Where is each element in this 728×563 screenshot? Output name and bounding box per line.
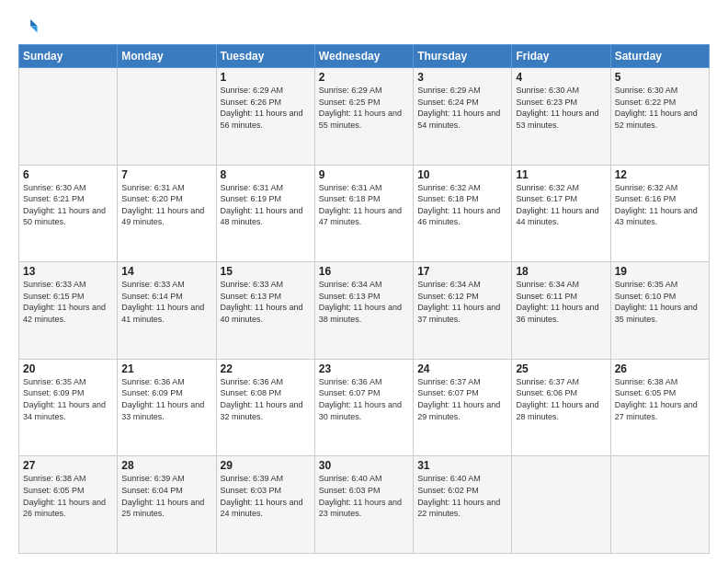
- calendar-cell: [19, 68, 118, 166]
- day-info: Sunrise: 6:32 AM Sunset: 6:16 PM Dayligh…: [615, 182, 705, 228]
- day-info: Sunrise: 6:38 AM Sunset: 6:05 PM Dayligh…: [23, 473, 113, 519]
- calendar-cell: 20Sunrise: 6:35 AM Sunset: 6:09 PM Dayli…: [19, 359, 118, 456]
- calendar-cell: 22Sunrise: 6:36 AM Sunset: 6:08 PM Dayli…: [216, 359, 314, 456]
- calendar-cell: 12Sunrise: 6:32 AM Sunset: 6:16 PM Dayli…: [610, 165, 709, 262]
- day-number: 12: [615, 168, 705, 181]
- calendar-week-3: 20Sunrise: 6:35 AM Sunset: 6:09 PM Dayli…: [19, 359, 710, 456]
- weekday-header-monday: Monday: [118, 45, 216, 68]
- svg-marker-1: [30, 26, 37, 32]
- calendar-cell: 23Sunrise: 6:36 AM Sunset: 6:07 PM Dayli…: [314, 359, 413, 456]
- calendar-cell: 4Sunrise: 6:30 AM Sunset: 6:23 PM Daylig…: [512, 68, 610, 166]
- day-info: Sunrise: 6:29 AM Sunset: 6:24 PM Dayligh…: [417, 85, 507, 131]
- day-info: Sunrise: 6:29 AM Sunset: 6:26 PM Dayligh…: [221, 85, 311, 131]
- day-number: 6: [23, 168, 113, 181]
- calendar-cell: 5Sunrise: 6:30 AM Sunset: 6:22 PM Daylig…: [610, 68, 709, 166]
- calendar-cell: 2Sunrise: 6:29 AM Sunset: 6:25 PM Daylig…: [314, 68, 413, 166]
- calendar-week-0: 1Sunrise: 6:29 AM Sunset: 6:26 PM Daylig…: [19, 68, 710, 166]
- day-number: 2: [319, 71, 409, 84]
- calendar-cell: 21Sunrise: 6:36 AM Sunset: 6:09 PM Dayli…: [118, 359, 216, 456]
- day-info: Sunrise: 6:30 AM Sunset: 6:23 PM Dayligh…: [516, 85, 606, 131]
- logo: [18, 17, 42, 37]
- weekday-header-friday: Friday: [512, 45, 610, 68]
- day-info: Sunrise: 6:37 AM Sunset: 6:06 PM Dayligh…: [516, 376, 606, 422]
- day-info: Sunrise: 6:29 AM Sunset: 6:25 PM Dayligh…: [319, 85, 409, 131]
- day-number: 31: [417, 459, 507, 472]
- day-info: Sunrise: 6:39 AM Sunset: 6:04 PM Dayligh…: [121, 473, 211, 519]
- day-number: 11: [516, 168, 606, 181]
- day-number: 22: [221, 362, 311, 375]
- day-info: Sunrise: 6:30 AM Sunset: 6:22 PM Dayligh…: [615, 85, 705, 131]
- calendar-cell: 7Sunrise: 6:31 AM Sunset: 6:20 PM Daylig…: [118, 165, 216, 262]
- day-info: Sunrise: 6:40 AM Sunset: 6:02 PM Dayligh…: [417, 473, 507, 519]
- weekday-header-wednesday: Wednesday: [314, 45, 413, 68]
- calendar-cell: 24Sunrise: 6:37 AM Sunset: 6:07 PM Dayli…: [414, 359, 512, 456]
- calendar-cell: [610, 456, 709, 554]
- calendar-cell: 15Sunrise: 6:33 AM Sunset: 6:13 PM Dayli…: [216, 262, 314, 360]
- day-number: 7: [121, 168, 211, 181]
- day-number: 9: [319, 168, 409, 181]
- weekday-header-thursday: Thursday: [414, 45, 512, 68]
- day-number: 16: [319, 265, 409, 278]
- calendar-cell: [512, 456, 610, 554]
- day-number: 8: [221, 168, 311, 181]
- calendar-cell: 1Sunrise: 6:29 AM Sunset: 6:26 PM Daylig…: [216, 68, 314, 166]
- day-number: 17: [417, 265, 507, 278]
- calendar-cell: 25Sunrise: 6:37 AM Sunset: 6:06 PM Dayli…: [512, 359, 610, 456]
- day-info: Sunrise: 6:31 AM Sunset: 6:20 PM Dayligh…: [121, 182, 211, 228]
- day-info: Sunrise: 6:34 AM Sunset: 6:11 PM Dayligh…: [516, 279, 606, 325]
- day-number: 24: [417, 362, 507, 375]
- calendar-cell: 31Sunrise: 6:40 AM Sunset: 6:02 PM Dayli…: [414, 456, 512, 554]
- day-info: Sunrise: 6:33 AM Sunset: 6:13 PM Dayligh…: [221, 279, 311, 325]
- weekday-header-tuesday: Tuesday: [216, 45, 314, 68]
- calendar-cell: 13Sunrise: 6:33 AM Sunset: 6:15 PM Dayli…: [19, 262, 118, 360]
- calendar-cell: 17Sunrise: 6:34 AM Sunset: 6:12 PM Dayli…: [414, 262, 512, 360]
- day-info: Sunrise: 6:35 AM Sunset: 6:10 PM Dayligh…: [615, 279, 705, 325]
- day-number: 14: [121, 265, 211, 278]
- day-number: 15: [221, 265, 311, 278]
- day-number: 21: [121, 362, 211, 375]
- day-number: 13: [23, 265, 113, 278]
- day-number: 1: [221, 71, 311, 84]
- weekday-header-sunday: Sunday: [19, 45, 118, 68]
- day-number: 20: [23, 362, 113, 375]
- calendar-body: 1Sunrise: 6:29 AM Sunset: 6:26 PM Daylig…: [19, 68, 710, 554]
- day-info: Sunrise: 6:32 AM Sunset: 6:17 PM Dayligh…: [516, 182, 606, 228]
- calendar-cell: 16Sunrise: 6:34 AM Sunset: 6:13 PM Dayli…: [314, 262, 413, 360]
- calendar-week-1: 6Sunrise: 6:30 AM Sunset: 6:21 PM Daylig…: [19, 165, 710, 262]
- calendar-cell: 6Sunrise: 6:30 AM Sunset: 6:21 PM Daylig…: [19, 165, 118, 262]
- page: SundayMondayTuesdayWednesdayThursdayFrid…: [0, 0, 728, 563]
- day-number: 19: [615, 265, 705, 278]
- calendar-cell: 14Sunrise: 6:33 AM Sunset: 6:14 PM Dayli…: [118, 262, 216, 360]
- calendar-cell: 11Sunrise: 6:32 AM Sunset: 6:17 PM Dayli…: [512, 165, 610, 262]
- calendar-cell: 29Sunrise: 6:39 AM Sunset: 6:03 PM Dayli…: [216, 456, 314, 554]
- calendar-header: SundayMondayTuesdayWednesdayThursdayFrid…: [19, 45, 710, 68]
- day-info: Sunrise: 6:34 AM Sunset: 6:13 PM Dayligh…: [319, 279, 409, 325]
- day-info: Sunrise: 6:37 AM Sunset: 6:07 PM Dayligh…: [417, 376, 507, 422]
- day-info: Sunrise: 6:40 AM Sunset: 6:03 PM Dayligh…: [319, 473, 409, 519]
- svg-marker-0: [30, 19, 37, 26]
- calendar-table: SundayMondayTuesdayWednesdayThursdayFrid…: [18, 44, 710, 554]
- calendar-cell: [118, 68, 216, 166]
- day-info: Sunrise: 6:35 AM Sunset: 6:09 PM Dayligh…: [23, 376, 113, 422]
- day-info: Sunrise: 6:31 AM Sunset: 6:19 PM Dayligh…: [221, 182, 311, 228]
- calendar-cell: 30Sunrise: 6:40 AM Sunset: 6:03 PM Dayli…: [314, 456, 413, 554]
- day-info: Sunrise: 6:32 AM Sunset: 6:18 PM Dayligh…: [417, 182, 507, 228]
- calendar-cell: 3Sunrise: 6:29 AM Sunset: 6:24 PM Daylig…: [414, 68, 512, 166]
- calendar-cell: 28Sunrise: 6:39 AM Sunset: 6:04 PM Dayli…: [118, 456, 216, 554]
- weekday-header-saturday: Saturday: [610, 45, 709, 68]
- day-number: 10: [417, 168, 507, 181]
- day-number: 29: [221, 459, 311, 472]
- day-number: 25: [516, 362, 606, 375]
- day-info: Sunrise: 6:39 AM Sunset: 6:03 PM Dayligh…: [221, 473, 311, 519]
- day-info: Sunrise: 6:30 AM Sunset: 6:21 PM Dayligh…: [23, 182, 113, 228]
- day-info: Sunrise: 6:36 AM Sunset: 6:08 PM Dayligh…: [221, 376, 311, 422]
- day-number: 5: [615, 71, 705, 84]
- day-info: Sunrise: 6:36 AM Sunset: 6:07 PM Dayligh…: [319, 376, 409, 422]
- calendar-cell: 10Sunrise: 6:32 AM Sunset: 6:18 PM Dayli…: [414, 165, 512, 262]
- day-number: 23: [319, 362, 409, 375]
- calendar-week-2: 13Sunrise: 6:33 AM Sunset: 6:15 PM Dayli…: [19, 262, 710, 360]
- day-number: 27: [23, 459, 113, 472]
- day-info: Sunrise: 6:31 AM Sunset: 6:18 PM Dayligh…: [319, 182, 409, 228]
- day-number: 4: [516, 71, 606, 84]
- day-info: Sunrise: 6:34 AM Sunset: 6:12 PM Dayligh…: [417, 279, 507, 325]
